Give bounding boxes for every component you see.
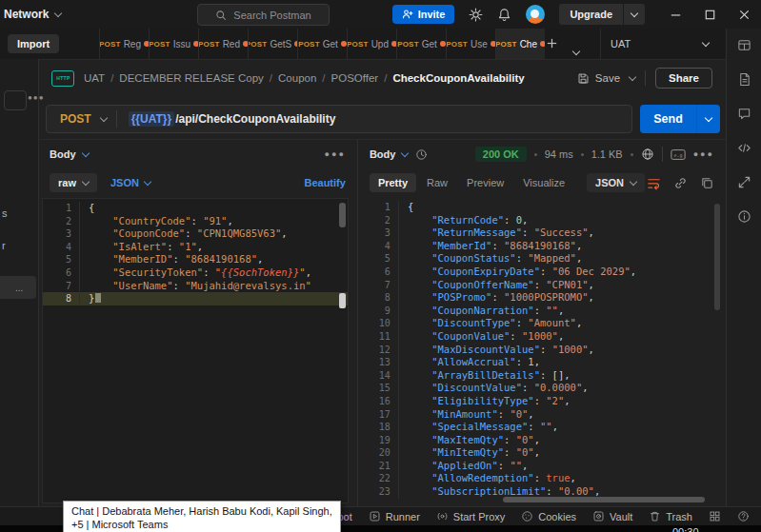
documentation-icon[interactable] <box>737 72 751 87</box>
copy-icon[interactable] <box>700 176 714 190</box>
response-code: 1{2 "ReturnCode": 0,3 "ReturnMessage": "… <box>362 201 722 499</box>
search-input[interactable]: Search Postman <box>197 4 330 26</box>
upgrade-caret[interactable] <box>623 4 645 25</box>
response-body-viewer[interactable]: 1{2 "ReturnCode": 0,3 "ReturnMessage": "… <box>362 198 722 506</box>
bell-icon[interactable] <box>497 8 511 22</box>
request-url-bar[interactable]: POST {{UAT}} /api/CheckCouponAvailabilit… <box>46 105 632 133</box>
upgrade-label: Upgrade <box>559 4 623 25</box>
request-tab[interactable]: POSTGet <box>297 29 347 59</box>
proxy-icon <box>436 510 449 522</box>
invite-button[interactable]: Invite <box>392 5 455 24</box>
request-body-dropdown[interactable]: Body <box>50 148 89 160</box>
cookies-button[interactable]: Cookies <box>521 510 576 522</box>
tab-visualize[interactable]: Visualize <box>514 173 573 192</box>
panel-grid-icon[interactable] <box>709 510 721 522</box>
beautify-button[interactable]: Beautify <box>304 177 345 188</box>
sidebar-filter-box-fragment[interactable] <box>4 90 27 110</box>
network-globe-icon[interactable] <box>641 148 654 161</box>
request-tab[interactable]: POSTReg <box>99 29 149 59</box>
request-tab[interactable]: POSTUse <box>446 29 495 59</box>
response-body-dropdown[interactable]: Body <box>370 148 409 160</box>
response-size[interactable]: 1.1 KB <box>591 148 623 160</box>
import-button[interactable]: Import <box>8 34 59 53</box>
request-tab[interactable]: POSTIssu <box>149 29 198 59</box>
start-proxy-button[interactable]: Start Proxy <box>436 510 505 522</box>
status-badge[interactable]: 200 OK <box>475 147 527 162</box>
workspace-menu[interactable]: Network <box>4 0 61 29</box>
sidebar-item-selected-fragment[interactable]: ... <box>0 276 36 299</box>
save-options-chevron[interactable] <box>629 72 636 80</box>
code-line: 6 "CouponExpiryDate": "06 Dec 2029", <box>362 266 722 279</box>
request-tab[interactable]: POSTChe <box>495 29 545 59</box>
invite-label: Invite <box>418 9 446 20</box>
environment-name: UAT <box>611 38 631 49</box>
link-icon[interactable] <box>673 176 688 190</box>
url-field[interactable]: {{UAT}} /api/CheckCouponAvailability <box>129 111 336 127</box>
unsaved-dot <box>440 41 446 47</box>
cookie-icon <box>521 510 533 522</box>
breadcrumb-segment[interactable]: DECEMBER RELEASE Copy <box>119 72 263 84</box>
body-mode-dropdown[interactable]: raw <box>50 173 97 192</box>
response-time[interactable]: 94 ms <box>545 148 573 160</box>
response-editor-vscrollbar[interactable] <box>714 204 720 310</box>
share-button[interactable]: Share <box>655 68 712 89</box>
maximize-icon[interactable] <box>703 8 717 22</box>
wrap-line-icon[interactable] <box>647 176 661 190</box>
tab-pretty[interactable]: Pretty <box>370 173 416 192</box>
postman-logo[interactable] <box>526 5 545 24</box>
code-line: 20 "MinItemQty": "0", <box>362 446 722 460</box>
code-line: 15 "DiscountValue": "0.0000", <box>362 382 722 395</box>
code-line: 3 "ReturnMessage": "Success", <box>362 227 722 240</box>
response-editor-hscrollbar[interactable] <box>503 497 705 502</box>
sidebar-item-fragment[interactable]: s <box>2 207 8 219</box>
body-language-dropdown[interactable]: JSON <box>110 177 150 188</box>
environment-quick-look-icon[interactable] <box>737 38 751 52</box>
send-options-caret[interactable] <box>696 105 720 133</box>
http-request-icon: HTTP <box>51 70 74 87</box>
close-icon[interactable] <box>737 8 751 22</box>
tab-raw[interactable]: Raw <box>418 173 456 192</box>
unsaved-dot <box>341 41 347 47</box>
pull-request-arrows-icon[interactable] <box>737 175 751 189</box>
environment-selector[interactable]: UAT <box>600 29 718 59</box>
breadcrumb-row: HTTP UAT/ DECEMBER RELEASE Copy/ Coupon/… <box>38 59 726 97</box>
code-snippet-icon[interactable] <box>737 141 751 155</box>
save-button[interactable]: Save <box>577 72 620 85</box>
help-icon[interactable] <box>737 510 750 522</box>
request-tab[interactable]: POSTGetS <box>248 29 297 59</box>
code-line: 18 "SpecialMessage": "", <box>362 421 722 434</box>
response-language-dropdown[interactable]: JSON <box>587 173 645 192</box>
sidebar-item-fragment[interactable]: r <box>2 240 6 251</box>
request-tab[interactable]: POSTGet <box>396 29 446 59</box>
method-selector[interactable]: POST <box>47 112 116 126</box>
request-tab[interactable]: POSTRed <box>198 29 248 59</box>
tab-list-dropdown[interactable] <box>573 41 579 58</box>
vault-button[interactable]: Vault <box>592 510 632 522</box>
breadcrumb-segment[interactable]: POSOffer <box>331 72 379 84</box>
request-body-pane: Body ●●● raw JSON Beautify 1{2 "CountryC… <box>38 140 358 506</box>
runner-icon <box>369 510 381 522</box>
upgrade-button[interactable]: Upgrade <box>559 4 645 25</box>
info-icon[interactable] <box>737 209 751 224</box>
gear-icon[interactable] <box>469 8 483 22</box>
tab-preview[interactable]: Preview <box>458 173 512 192</box>
code-line: 7 "CouponOfferName": "CPN01", <box>362 279 722 292</box>
request-editor-scrollbar[interactable] <box>339 203 346 227</box>
breadcrumb-segment[interactable]: UAT <box>84 72 105 84</box>
minimize-icon[interactable] <box>669 8 683 22</box>
more-actions-icon[interactable]: ●●● <box>325 149 346 159</box>
response-history-icon[interactable] <box>415 148 428 161</box>
new-tab-button[interactable] <box>545 36 559 50</box>
runner-button[interactable]: Runner <box>369 510 420 522</box>
comments-icon[interactable] <box>737 107 751 121</box>
more-actions-icon[interactable]: ●●● <box>693 149 714 159</box>
request-body-editor[interactable]: 1{2 "CountryCode": "91",3 "CouponCode": … <box>42 198 349 503</box>
send-button[interactable]: Send <box>640 105 696 133</box>
breadcrumb-segment[interactable]: Coupon <box>278 72 316 84</box>
request-tab[interactable]: POSTUpd <box>347 29 396 59</box>
url-variable: {{UAT}} <box>129 111 174 127</box>
window-controls <box>669 8 751 22</box>
method-label: POST <box>60 112 91 126</box>
save-as-example-icon[interactable]: e.g <box>671 148 686 161</box>
trash-button[interactable]: Trash <box>649 510 692 522</box>
